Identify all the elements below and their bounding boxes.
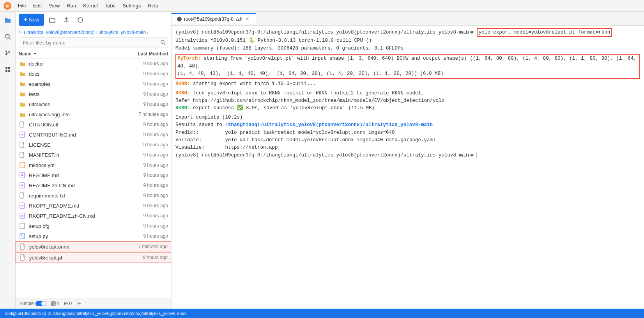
- search-input[interactable]: [19, 37, 168, 48]
- file-name: README.zh-CN.md: [29, 183, 117, 188]
- menu-tabs[interactable]: Tabs: [102, 2, 119, 9]
- svg-point-5: [5, 54, 7, 55]
- menu-help[interactable]: Help: [145, 2, 161, 9]
- breadcrumb-part2[interactable]: ultralytics_yolov8-main: [99, 30, 146, 35]
- list-item[interactable]: MANIFEST.in 9 hours ago: [16, 150, 171, 160]
- list-item[interactable]: setup.py 9 hours ago: [16, 231, 171, 241]
- svg-text:M: M: [21, 174, 23, 177]
- file-icon: M: [19, 202, 27, 210]
- terminal-tab[interactable]: root@5a109cpddr37q-0: /zh ✕: [172, 13, 256, 24]
- file-icon: [19, 243, 27, 250]
- simple-toggle-track[interactable]: [35, 301, 46, 306]
- menu-file[interactable]: File: [15, 2, 29, 9]
- list-item[interactable]: CITATION.cff 9 hours ago: [16, 119, 171, 130]
- file-name: mkdocs.yml: [29, 162, 117, 168]
- settings-icon-status[interactable]: [76, 301, 81, 306]
- file-icon: M: [19, 131, 27, 139]
- svg-rect-33: [20, 233, 25, 239]
- file-toolbar: + New: [16, 12, 171, 28]
- list-item[interactable]: ultralytics.egg-info 7 minutes ago: [16, 109, 171, 119]
- app-logo: [3, 2, 12, 10]
- file-name: ultralytics.egg-info: [29, 112, 117, 117]
- file-name: ultralytics: [29, 101, 117, 107]
- file-modified: 7 minutes ago: [117, 112, 168, 117]
- file-name: LICENSE: [29, 142, 117, 148]
- svg-text:M: M: [21, 214, 23, 217]
- refresh-button[interactable]: [74, 14, 86, 26]
- new-button[interactable]: + New: [19, 14, 44, 26]
- list-item[interactable]: yolov8relupt.onnx 7 minutes ago: [16, 241, 171, 252]
- svg-point-7: [5, 51, 7, 52]
- file-modified: 7 minutes ago: [117, 244, 168, 249]
- file-icon: [19, 232, 27, 240]
- file-icon: [19, 192, 27, 199]
- terminal-content[interactable]: (yolov8) root@5a109cpddr37q-0:/zhangtian…: [172, 26, 644, 309]
- svg-point-3: [5, 34, 9, 38]
- file-name: setup.cfg: [29, 223, 117, 229]
- col-modified-header: Last Modified: [117, 51, 168, 57]
- bottom-status-text: root@5a109cpddr37q-0: /zhangtianqi/ultra…: [5, 311, 186, 316]
- list-item[interactable]: docker 9 hours ago: [16, 59, 171, 69]
- file-icon: [19, 121, 27, 128]
- list-item[interactable]: M CONTRIBUTING.md 9 hours ago: [16, 130, 171, 140]
- sidebar-icon-extensions[interactable]: [2, 64, 13, 75]
- file-name: yolov8relupt.onnx: [29, 244, 117, 250]
- list-item[interactable]: tests 9 hours ago: [16, 89, 171, 99]
- file-modified: 9 hours ago: [117, 71, 168, 76]
- list-item[interactable]: M RKOPT_README.zh-CN.md 9 hours ago: [16, 211, 171, 221]
- svg-point-35: [23, 236, 24, 237]
- file-icon: [19, 110, 27, 118]
- file-panel: + New / › ultralytics_: [16, 12, 172, 309]
- upload-button[interactable]: [60, 14, 72, 26]
- file-name: MANIFEST.in: [29, 152, 117, 158]
- file-name: tests: [29, 91, 117, 97]
- file-name: CONTRIBUTING.md: [29, 132, 117, 138]
- new-folder-button[interactable]: [46, 14, 58, 26]
- simple-toggle[interactable]: Simple: [19, 301, 46, 306]
- menu-edit[interactable]: Edit: [30, 2, 45, 9]
- list-item[interactable]: setup.cfg 9 hours ago: [16, 221, 171, 231]
- sidebar-icon-search[interactable]: [2, 31, 13, 42]
- list-item[interactable]: M README.md 9 hours ago: [16, 170, 171, 180]
- file-modified: 9 hours ago: [117, 91, 168, 97]
- file-name: examples: [29, 81, 117, 87]
- new-button-label: New: [29, 17, 39, 23]
- search-button[interactable]: [160, 39, 166, 46]
- terminal-line: Ultralytics YOLOv8.0.151 🐍 Python-3.8.13…: [175, 37, 640, 44]
- list-item[interactable]: docs 9 hours ago: [16, 69, 171, 79]
- terminal-line: RKNN: feed yolov8relupt.onnx to RKNN-Too…: [175, 90, 640, 112]
- file-modified: 9 hours ago: [117, 172, 168, 178]
- sidebar-icon-git[interactable]: [2, 48, 13, 59]
- file-icon: M: [19, 171, 27, 179]
- tab-bar: root@5a109cpddr37q-0: /zh ✕: [172, 12, 644, 26]
- svg-point-6: [9, 51, 10, 52]
- list-item[interactable]: examples 9 hours ago: [16, 79, 171, 89]
- file-icon: [19, 90, 27, 98]
- svg-text:M: M: [21, 184, 23, 187]
- list-item[interactable]: requirements.txt 9 hours ago: [16, 190, 171, 201]
- menu-kernel[interactable]: Kernel: [80, 2, 101, 9]
- svg-text:M: M: [21, 204, 23, 207]
- menu-settings[interactable]: Settings: [119, 2, 144, 9]
- list-item[interactable]: LICENSE 9 hours ago: [16, 140, 171, 150]
- menu-view[interactable]: View: [46, 2, 63, 9]
- breadcrumb-part1[interactable]: ultralytics_yolov8(ptconvert2onnx): [24, 30, 94, 35]
- file-name: requirements.txt: [29, 193, 117, 199]
- list-item[interactable]: M README.zh-CN.md 9 hours ago: [16, 180, 171, 190]
- sidebar-icon-files[interactable]: [2, 15, 13, 26]
- breadcrumb-root[interactable]: /: [19, 30, 20, 35]
- tab-label: root@5a109cpddr37q-0: /zh: [184, 16, 242, 22]
- menu-run[interactable]: Run: [64, 2, 79, 9]
- col-name-header[interactable]: Name: [19, 51, 117, 57]
- file-modified: 9 hours ago: [117, 203, 168, 208]
- file-icon: [19, 100, 27, 108]
- svg-line-9: [6, 52, 9, 54]
- tab-close-button[interactable]: ✕: [245, 16, 250, 22]
- list-item[interactable]: yolov8relupt.pt 9 hours ago: [16, 252, 171, 263]
- file-status-bar: Simple 4 0: [16, 298, 171, 309]
- list-item[interactable]: ultralytics 9 hours ago: [16, 99, 171, 109]
- list-item[interactable]: Y mkdocs.yml 9 hours ago: [16, 160, 171, 170]
- svg-rect-12: [5, 70, 7, 72]
- list-item[interactable]: M RKOPT_README.md 9 hours ago: [16, 201, 171, 211]
- svg-rect-11: [8, 67, 10, 69]
